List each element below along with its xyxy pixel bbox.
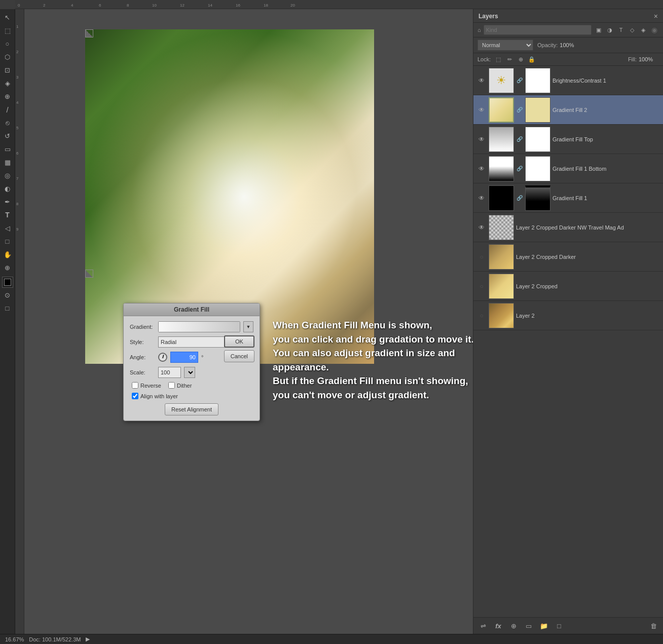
layer-mask-gradient-fill-1-bottom: [525, 156, 550, 181]
gradient-row: Gradient: ▼: [130, 321, 253, 332]
layer-eye-layer-2[interactable]: ○: [476, 311, 487, 321]
pixel-filter-icon[interactable]: ▣: [594, 25, 603, 34]
fx-icon[interactable]: fx: [493, 620, 504, 631]
layer-item-brightness-contrast-1[interactable]: 👁 ☀ 🔗 Brightness/Contrast 1: [473, 66, 663, 95]
fill-value[interactable]: 100%: [639, 56, 659, 62]
layer-chain-gradient-fill-1-bottom: 🔗: [516, 164, 523, 174]
shape-tool[interactable]: □: [2, 235, 14, 247]
align-checkbox-label[interactable]: Align with layer: [132, 393, 178, 399]
layer-eye-gradient-fill-1-bottom[interactable]: 👁: [476, 164, 487, 174]
layers-search-row: ⌂ ▣ ◑ T ◇ ◈ ◉: [473, 23, 663, 37]
delete-layer-icon[interactable]: 🗑: [648, 620, 659, 631]
reset-alignment-button[interactable]: Reset Alignment: [165, 403, 218, 415]
angle-dial[interactable]: [158, 353, 167, 362]
layer-thumbnail-layer-2-cropped: [489, 274, 514, 299]
dodge-tool[interactable]: ◐: [2, 182, 14, 195]
opacity-value[interactable]: 100%: [560, 42, 580, 48]
layer-name-layer-2-cropped: Layer 2 Cropped: [516, 283, 660, 289]
scale-input[interactable]: [158, 367, 181, 378]
kind-label: ⌂: [477, 27, 481, 33]
blur-tool[interactable]: ◎: [2, 169, 14, 181]
path-selection-tool[interactable]: ◁: [2, 222, 14, 234]
layer-item-layer-2-cropped[interactable]: ○ Layer 2 Cropped: [473, 272, 663, 301]
cancel-button[interactable]: Cancel: [224, 350, 254, 362]
quick-mask-tool[interactable]: ⊙: [2, 289, 14, 301]
layer-eye-layer-2-darker[interactable]: ○: [476, 252, 487, 262]
dither-checkbox[interactable]: [168, 382, 175, 389]
gradient-fill-dialog: Gradient Fill OK Cancel Gradient: ▼ Styl…: [123, 303, 260, 421]
lock-artboard-icon[interactable]: ⊕: [516, 55, 525, 64]
gradient-tool[interactable]: ▦: [2, 156, 14, 168]
status-bar: 16.67% Doc: 100.1M/522.3M ▶: [0, 634, 663, 644]
type-tool[interactable]: T: [2, 209, 14, 221]
layers-lock-row: Lock: ⬚ ✏ ⊕ 🔒 Fill: 100%: [473, 53, 663, 66]
top-ruler: 0 2 4 6 8 10 12 14 16 18 20: [15, 0, 663, 9]
quick-selection-tool[interactable]: ⬡: [2, 51, 14, 63]
lock-all-icon[interactable]: 🔒: [527, 55, 536, 64]
brush-tool[interactable]: /: [2, 103, 14, 116]
screen-mode-tool[interactable]: □: [2, 302, 14, 314]
smart-filter-icon[interactable]: ◈: [639, 25, 648, 34]
type-filter-icon[interactable]: T: [616, 25, 625, 34]
dialog-title-bar: Gradient Fill: [124, 304, 260, 316]
lock-pixels-icon[interactable]: ⬚: [494, 55, 503, 64]
text-line-4: appearance.: [273, 360, 473, 374]
pen-tool[interactable]: ✒: [2, 196, 14, 208]
angle-input[interactable]: [170, 352, 198, 363]
align-checkbox[interactable]: [132, 393, 138, 399]
new-layer-icon[interactable]: □: [554, 620, 565, 631]
layer-eye-gradient-fill-2[interactable]: 👁: [476, 105, 487, 115]
reverse-checkbox[interactable]: [132, 382, 138, 389]
rectangular-marquee-tool[interactable]: ⬚: [2, 24, 14, 36]
crop-tool[interactable]: ⊡: [2, 64, 14, 76]
layers-panel-title: Layers: [478, 13, 498, 20]
lasso-tool[interactable]: ○: [2, 37, 14, 50]
new-layer-mask-icon[interactable]: ▭: [523, 620, 534, 631]
layers-search-input[interactable]: [484, 25, 592, 35]
reverse-checkbox-label[interactable]: Reverse: [132, 382, 161, 389]
layer-item-gradient-fill-top[interactable]: 👁 🔗 Gradient Fill Top: [473, 125, 663, 154]
layer-eye-layer-2-cropped[interactable]: ○: [476, 281, 487, 291]
layer-eye-layer-2-nw[interactable]: 👁: [476, 222, 487, 233]
layer-item-gradient-fill-1-bottom[interactable]: 👁 🔗 Gradient Fill 1 Bottom: [473, 154, 663, 183]
left-ruler: 1 2 3 4 5 6 7 8 9: [15, 9, 24, 634]
go-to-icon[interactable]: ⇌: [477, 620, 489, 631]
hand-tool[interactable]: ✋: [2, 248, 14, 260]
layers-filter-icons: ▣ ◑ T ◇ ◈ ◉: [594, 25, 659, 34]
dither-label: Dither: [177, 383, 192, 389]
eraser-tool[interactable]: ▭: [2, 143, 14, 155]
lock-position-icon[interactable]: ✏: [505, 55, 514, 64]
layers-panel-close[interactable]: ×: [654, 12, 658, 20]
blend-mode-select[interactable]: Normal Multiply Screen Overlay: [477, 40, 533, 51]
layer-eye-gradient-fill-top[interactable]: 👁: [476, 134, 487, 144]
adjustment-filter-icon[interactable]: ◑: [605, 25, 614, 34]
shape-filter-icon[interactable]: ◇: [628, 25, 637, 34]
layer-eye-brightness-contrast-1[interactable]: 👁: [476, 75, 487, 86]
dither-checkbox-label[interactable]: Dither: [168, 382, 192, 389]
filter-toggle[interactable]: ◉: [650, 25, 659, 34]
zoom-tool[interactable]: ⊕: [2, 261, 14, 274]
gradient-preview[interactable]: [158, 321, 240, 332]
ok-button[interactable]: OK: [224, 335, 254, 348]
eyedropper-tool[interactable]: ◈: [2, 77, 14, 89]
new-group-icon[interactable]: 📁: [538, 620, 549, 631]
layer-item-layer-2-nw[interactable]: 👁 Layer 2 Cropped Darker NW Travel Mag A…: [473, 213, 663, 242]
history-brush-tool[interactable]: ↺: [2, 130, 14, 142]
new-fill-adjustment-layer-icon[interactable]: ⊕: [508, 620, 519, 631]
layer-item-gradient-fill-2[interactable]: 👁 🔗 Gradient Fill 2: [473, 95, 663, 125]
move-tool[interactable]: ↖: [2, 11, 14, 23]
clone-stamp-tool[interactable]: ⎋: [2, 117, 14, 129]
foreground-color-swatch[interactable]: [2, 277, 13, 288]
scale-unit-select[interactable]: %: [184, 367, 195, 378]
healing-brush-tool[interactable]: ⊕: [2, 90, 14, 102]
gradient-dropdown-btn[interactable]: ▼: [243, 321, 253, 332]
checkbox-group: Reverse Dither: [130, 382, 253, 389]
layer-item-layer-2-darker[interactable]: ○ Layer 2 Cropped Darker: [473, 242, 663, 272]
layer-item-layer-2[interactable]: ○ Layer 2: [473, 301, 663, 330]
layer-thumbnail-brightness-contrast-1: ☀: [489, 68, 514, 93]
layer-item-gradient-fill-1[interactable]: 👁 🔗 Gradient Fill 1: [473, 183, 663, 213]
align-label: Align with layer: [140, 393, 178, 399]
layers-list: 👁 ☀ 🔗 Brightness/Contrast 1 👁 🔗 Gradient…: [473, 66, 663, 617]
layer-eye-gradient-fill-1[interactable]: 👁: [476, 193, 487, 203]
text-line-3: You can also adjust gradient in size and: [273, 346, 473, 360]
